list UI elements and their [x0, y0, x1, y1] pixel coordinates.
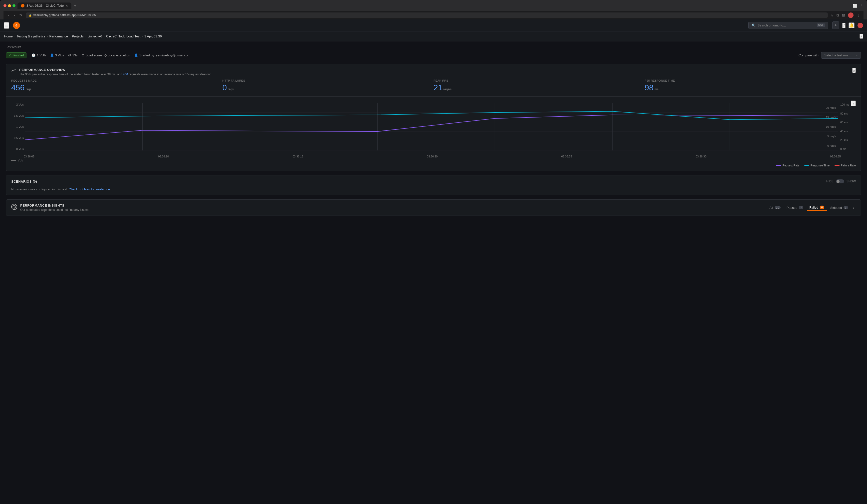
vuh-value: 1 VUh	[37, 53, 46, 57]
search-icon: 🔍	[752, 23, 756, 27]
legend-failure-rate-label: Failure Rate	[841, 164, 856, 167]
breadcrumb-projects[interactable]: Projects	[72, 34, 84, 38]
user-avatar[interactable]	[848, 12, 854, 18]
run-meta: 🕐 1 VUh 👤 3 VUs ⏱ 33s ⊙ Load zones: ◇ Lo…	[31, 53, 190, 57]
minimize-button[interactable]	[8, 4, 11, 7]
toggle-knob	[836, 180, 839, 183]
search-bar[interactable]: 🔍 Search or jump to... ⌘+k	[748, 22, 828, 29]
card-title: PERFORMANCE OVERVIEW	[19, 68, 212, 72]
vus-icon: 👤	[50, 53, 54, 57]
stat-value-row-requests: 456 reqs	[11, 83, 216, 92]
breadcrumb-circleci[interactable]: circleci-k6	[88, 34, 102, 38]
y-right-15rps: 15 req/s	[821, 116, 836, 119]
extensions-icon[interactable]: ⧉	[836, 13, 839, 18]
tab-skipped-label: Skipped	[830, 206, 842, 210]
tab-skipped[interactable]: Skipped 3	[828, 205, 850, 211]
lock-icon: 🔒	[29, 14, 32, 17]
y-right-40ms: 40 ms	[840, 130, 856, 133]
breadcrumb-testing[interactable]: Testing & synthetics	[17, 34, 45, 38]
tab-failed[interactable]: Failed 0	[807, 205, 827, 211]
y-right-5rps: 5 req/s	[821, 135, 836, 138]
performance-overview-card: PERFORMANCE OVERVIEW The 95th percentile…	[6, 64, 861, 171]
stat-peak-rps: PEAK RPS 21 reqs/s	[434, 79, 645, 92]
extensions-button[interactable]: ⬜	[853, 4, 857, 8]
scenarios-create-link[interactable]: Check out how to create one	[69, 187, 110, 191]
breadcrumb-collapse-button[interactable]: ∧	[859, 34, 863, 39]
address-bar-row: ‹ › ↻ 🔒 yemiwebby.grafana.net/a/k6-app/r…	[3, 11, 864, 20]
duration-icon: ⏱	[68, 53, 71, 57]
tab-all[interactable]: All 10	[767, 205, 783, 211]
tab-passed-count: 7	[799, 206, 803, 209]
y-axis-left: 2 VUs 1.5 VUs 1 VUs 0.5 VUs 0 VUs	[11, 103, 24, 151]
stat-requests-made: REQUESTS MADE 456 reqs	[11, 79, 223, 92]
x-axis: 03:36:05 03:36:10 03:36:15 03:36:20 03:3…	[24, 155, 841, 158]
legend-request-rate-line	[776, 165, 781, 166]
tab-skipped-count: 3	[844, 206, 848, 209]
x-label-1: 03:36:05	[24, 155, 34, 158]
y-right-60ms: 60 ms	[840, 121, 856, 124]
forward-button[interactable]: ›	[13, 13, 16, 18]
scenarios-title: SCENARIOS (0)	[11, 180, 37, 183]
stat-unit-requests: reqs	[25, 88, 31, 91]
back-button[interactable]: ‹	[7, 13, 10, 18]
insights-header-left: PERFORMANCE INSIGHTS Our automated algor…	[11, 204, 89, 211]
chevron-down-icon: ▾	[856, 54, 858, 57]
y-right-0rps: 0 req/s	[821, 144, 836, 147]
address-bar[interactable]: 🔒 yemiwebby.grafana.net/a/k6-app/runs/26…	[26, 12, 828, 18]
stat-label-p95: P95 RESPONSE TIME	[645, 79, 850, 82]
browser-tab[interactable]: 3 Apr, 03:36 – CircleCI Todo ✕	[18, 2, 72, 9]
breadcrumb: Home › Testing & synthetics › Performanc…	[4, 34, 162, 38]
breadcrumb-sep-5: ›	[104, 35, 105, 38]
tab-close-button[interactable]: ✕	[66, 4, 68, 8]
insights-subtitle: Our automated algorithms could not find …	[20, 208, 89, 211]
scenarios-header: SCENARIOS (0) HIDE SHOW	[6, 175, 861, 187]
bookmark-button[interactable]: ☆	[830, 13, 834, 17]
tab-passed[interactable]: Passed 7	[784, 205, 806, 211]
hamburger-menu[interactable]: ☰	[4, 22, 9, 29]
insights-chevron-icon[interactable]: ∨	[852, 205, 856, 210]
menu-button[interactable]: ⋮	[857, 13, 860, 17]
chart-container: ⋮	[6, 97, 861, 171]
y-right-100ms: 100 ms	[840, 103, 856, 106]
started-by-meta: 👤 Started by: yemiwebby@gmail.com	[134, 53, 190, 57]
legend-response-time: Response Time	[804, 164, 829, 167]
profiles-button[interactable]: ⊟	[842, 13, 845, 17]
scenarios-toggle[interactable]	[836, 179, 844, 183]
create-button[interactable]: +	[832, 21, 839, 29]
browser-toolbar: ☆ ⧉ ⊟ ⋮	[830, 12, 860, 18]
insights-icon	[11, 204, 17, 210]
y-right-20rps: 20 req/s	[821, 106, 836, 109]
x-label-7: 03:36:35	[830, 155, 841, 158]
browser-actions: ⬜ ⋮	[853, 4, 864, 8]
vus-value: 3 VUs	[55, 53, 64, 57]
tab-title: 3 Apr, 03:36 – CircleCI Todo	[26, 4, 64, 8]
load-zones-icon: ⊙	[82, 53, 84, 57]
new-tab-button[interactable]: +	[72, 3, 78, 8]
compare-with: Compare with Select a test run ▾	[799, 52, 861, 59]
y-left-05vu: 0.5 VUs	[11, 136, 24, 140]
tab-all-count: 10	[774, 206, 781, 209]
scenarios-controls: HIDE SHOW	[826, 179, 856, 183]
notifications-button[interactable]: 🔔	[848, 22, 855, 28]
breadcrumb-home[interactable]: Home	[4, 34, 13, 38]
stat-http-failures: HTTP FAILURES 0 reqs	[223, 79, 434, 92]
breadcrumb-performance[interactable]: Performance	[50, 34, 68, 38]
stat-value-rps: 21	[434, 83, 442, 92]
vuh-meta: 🕐 1 VUh	[31, 53, 46, 57]
user-profile[interactable]	[857, 23, 863, 28]
chart-wrap: 2 VUs 1.5 VUs 1 VUs 0.5 VUs 0 VUs 100 ms…	[11, 103, 856, 158]
traffic-lights	[3, 4, 15, 7]
card-collapse-button[interactable]: ∧	[852, 68, 856, 73]
check-icon: ✓	[9, 54, 11, 57]
help-button[interactable]: ?	[842, 23, 846, 28]
breadcrumb-test-name[interactable]: CircleCI Todo Load Test	[106, 34, 141, 38]
more-button[interactable]: ⋮	[860, 4, 864, 8]
svg-point-17	[14, 206, 14, 206]
breadcrumb-sep-1: ›	[14, 35, 15, 38]
compare-select[interactable]: Select a test run ▾	[821, 52, 861, 59]
refresh-button[interactable]: ↻	[18, 13, 23, 18]
maximize-button[interactable]	[12, 4, 15, 7]
vuh-icon: 🕐	[31, 53, 35, 57]
stat-value-p95: 98	[645, 83, 654, 92]
close-button[interactable]	[3, 4, 7, 7]
